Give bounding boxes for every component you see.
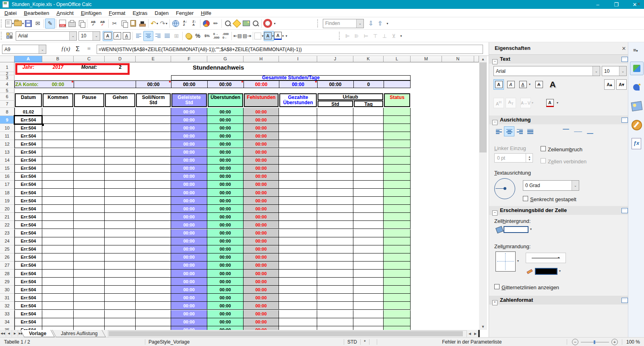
cell-F19[interactable]: 00:00: [171, 197, 207, 205]
cell-H24[interactable]: 00:00: [244, 237, 279, 245]
cell-F29[interactable]: 00:00: [171, 278, 207, 286]
scroll-left-icon[interactable]: ◀: [467, 330, 473, 337]
cell-C11[interactable]: [74, 132, 105, 140]
cell-C13[interactable]: [74, 148, 105, 157]
cell-J10[interactable]: [317, 124, 353, 132]
sidebar-superscript-icon[interactable]: AH: [493, 98, 504, 108]
cell-G23[interactable]: 00:00: [207, 229, 244, 237]
cell-C14[interactable]: [74, 157, 105, 165]
cell-A17[interactable]: Err:504: [14, 181, 42, 189]
paste-icon[interactable]: [128, 19, 138, 28]
sidebar-tab-styles[interactable]: ★: [632, 82, 641, 92]
cell-H11[interactable]: 00:00: [244, 132, 279, 140]
cell-J13[interactable]: [317, 148, 353, 157]
sidebar-align-middle-icon[interactable]: ——: [572, 126, 584, 136]
cell-L20[interactable]: [384, 205, 411, 213]
cell-K21[interactable]: [353, 213, 384, 221]
cell-G11[interactable]: 00:00: [207, 132, 244, 140]
section-text-expander[interactable]: −: [492, 57, 497, 62]
cell-F14[interactable]: 00:00: [171, 157, 207, 165]
cell-L13[interactable]: [384, 148, 411, 157]
cell-E30[interactable]: [136, 286, 171, 294]
row-header-19[interactable]: 19: [0, 197, 14, 205]
cell-H19[interactable]: 00:00: [244, 197, 279, 205]
cell-D14[interactable]: [105, 157, 136, 165]
row-header-2[interactable]: 2: [0, 72, 14, 75]
cell-B12[interactable]: [42, 140, 74, 148]
cell-J12[interactable]: [317, 140, 353, 148]
zoom-in-icon[interactable]: +: [611, 339, 618, 345]
cell-H34[interactable]: 00:00: [244, 318, 279, 326]
cell-G29[interactable]: 00:00: [207, 278, 244, 286]
autospellcheck-icon[interactable]: AB✓: [98, 19, 107, 28]
cell-K35[interactable]: [353, 326, 384, 330]
cell-D27[interactable]: [105, 262, 136, 270]
cell-E19[interactable]: [136, 197, 171, 205]
cell-K14[interactable]: [353, 157, 384, 165]
cell-H23[interactable]: 00:00: [244, 229, 279, 237]
cell-A13[interactable]: Err:504: [14, 148, 42, 157]
spellcheck-icon[interactable]: AB✓: [89, 19, 98, 28]
cell-B27[interactable]: [42, 262, 74, 270]
cell-B32[interactable]: [42, 302, 74, 310]
cell-C33[interactable]: [74, 310, 105, 318]
cell-G27[interactable]: 00:00: [207, 262, 244, 270]
cell-J23[interactable]: [317, 229, 353, 237]
cell-D34[interactable]: [105, 318, 136, 326]
cell-G28[interactable]: 00:00: [207, 270, 244, 278]
cell-I33[interactable]: [279, 310, 317, 318]
row-header-10[interactable]: 10: [0, 124, 14, 132]
cell-E28[interactable]: [136, 270, 171, 278]
cell-H21[interactable]: 00:00: [244, 213, 279, 221]
row-header-1[interactable]: 1: [0, 62, 14, 72]
cell-L26[interactable]: [384, 253, 411, 262]
row-header-28[interactable]: 28: [0, 270, 14, 278]
bold-icon[interactable]: A: [103, 31, 113, 41]
cell-H29[interactable]: 00:00: [244, 278, 279, 286]
align-object-left-icon[interactable]: ⊫: [343, 31, 352, 41]
vertical-scrollbar-thumb[interactable]: [479, 62, 487, 152]
cell-L9[interactable]: [384, 116, 411, 124]
cell-J26[interactable]: [317, 253, 353, 262]
font-color-icon[interactable]: A▾: [274, 31, 284, 41]
cell-J20[interactable]: [317, 205, 353, 213]
cell-J22[interactable]: [317, 221, 353, 229]
menu-einfgen[interactable]: Einfügen: [77, 9, 105, 17]
cell-J4[interactable]: 00:00: [317, 80, 353, 88]
cell-D24[interactable]: [105, 237, 136, 245]
cell-A22[interactable]: Err:504: [14, 221, 42, 229]
cell-H8[interactable]: 00:00: [244, 108, 279, 116]
open-icon[interactable]: ▾: [14, 19, 24, 28]
cell-I12[interactable]: [279, 140, 317, 148]
cell-G13[interactable]: 00:00: [207, 148, 244, 157]
cell-C18[interactable]: [74, 189, 105, 197]
vertical-scrollbar[interactable]: ▲ ▼: [479, 56, 487, 330]
cell-F30[interactable]: 00:00: [171, 286, 207, 294]
cell-G30[interactable]: 00:00: [207, 286, 244, 294]
text-rotation-dial[interactable]: [494, 178, 515, 199]
row-header-4[interactable]: 4: [0, 80, 14, 88]
delete-decimal-icon[interactable]: .0000←: [221, 31, 230, 41]
cell-C30[interactable]: [74, 286, 105, 294]
row-header-24[interactable]: 24: [0, 237, 14, 245]
cell-D15[interactable]: [105, 165, 136, 173]
cell-A12[interactable]: Err:504: [14, 140, 42, 148]
cell-L30[interactable]: [384, 286, 411, 294]
cell-G20[interactable]: 00:00: [207, 205, 244, 213]
cell-C31[interactable]: [74, 294, 105, 302]
cell-D17[interactable]: [105, 181, 136, 189]
cell-E16[interactable]: [136, 173, 171, 181]
cell-C29[interactable]: [74, 278, 105, 286]
cell-K19[interactable]: [353, 197, 384, 205]
cell-G32[interactable]: 00:00: [207, 302, 244, 310]
cell-D29[interactable]: [105, 278, 136, 286]
sidebar-decrease-font-icon[interactable]: A▾: [616, 79, 627, 90]
cell-H35[interactable]: 00:00: [244, 326, 279, 330]
cell-J34[interactable]: [317, 318, 353, 326]
cell-L14[interactable]: [384, 157, 411, 165]
cell-A19[interactable]: Err:504: [14, 197, 42, 205]
cell-I14[interactable]: [279, 157, 317, 165]
menu-bearbeiten[interactable]: Bearbeiten: [20, 9, 53, 17]
decrease-indent-icon[interactable]: ⇤▤: [233, 31, 242, 41]
cell-F28[interactable]: 00:00: [171, 270, 207, 278]
